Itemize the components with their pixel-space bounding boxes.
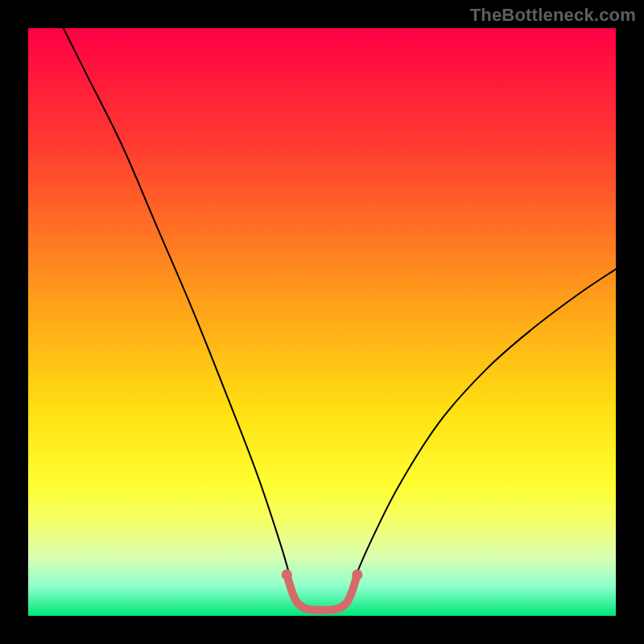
trough-endpoint [282, 569, 292, 580]
chart-frame: TheBottleneck.com [0, 0, 644, 644]
trough-endpoint [352, 569, 362, 580]
watermark-text: TheBottleneck.com [470, 5, 636, 26]
chart-svg [28, 28, 616, 616]
chart-plot-area [28, 28, 616, 616]
gradient-bg [28, 28, 616, 616]
